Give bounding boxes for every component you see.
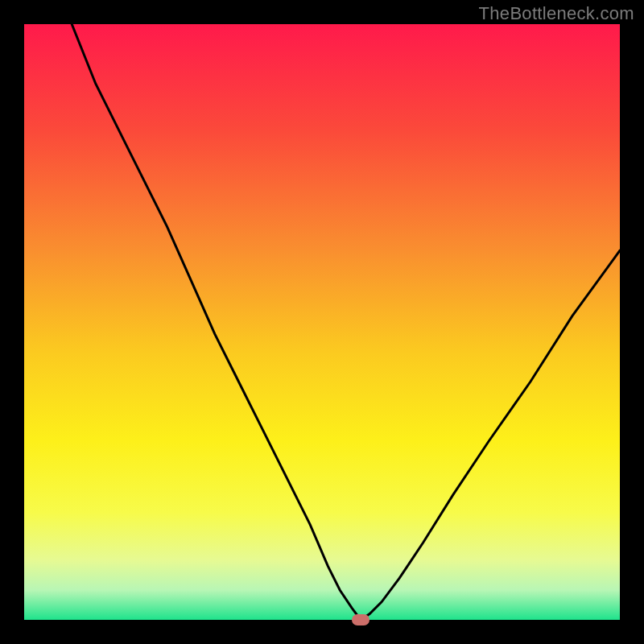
watermark-text: TheBottleneck.com — [479, 3, 634, 24]
plot-area — [24, 24, 620, 620]
gradient-background — [24, 24, 620, 620]
plot-svg — [24, 24, 620, 620]
chart-frame: TheBottleneck.com — [0, 0, 644, 644]
optimal-point-marker — [352, 614, 369, 625]
